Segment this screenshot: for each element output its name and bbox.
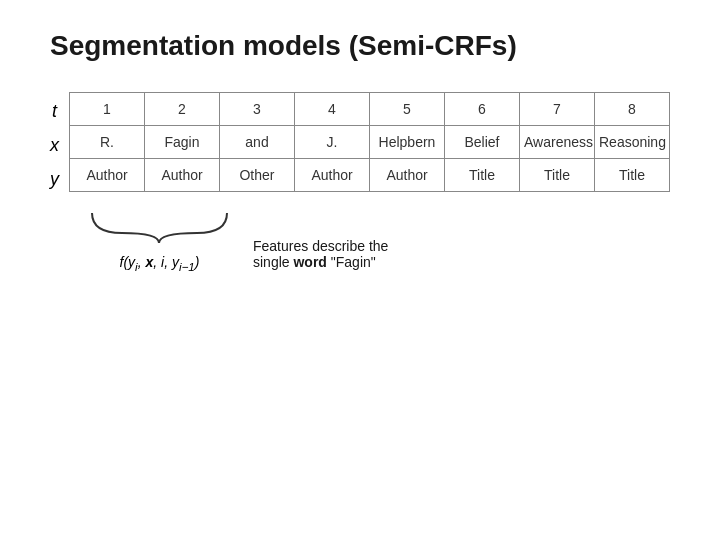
cell-x-2: Fagin (145, 126, 220, 159)
cell-x-4: J. (295, 126, 370, 159)
cell-x-6: Belief (445, 126, 520, 159)
cell-x-5: Helpbern (370, 126, 445, 159)
cell-t-2: 2 (145, 93, 220, 126)
label-x: x (50, 128, 59, 162)
formula: f(yi, x, i, yi−1) (82, 254, 237, 273)
cell-y-7: Title (520, 159, 595, 192)
features-line1: Features describe the (253, 238, 388, 254)
cell-t-4: 4 (295, 93, 370, 126)
cell-y-8: Title (595, 159, 670, 192)
features-description: Features describe the single word "Fagin… (253, 238, 388, 270)
slide: Segmentation models (Semi-CRFs) t x y 1 … (0, 0, 720, 540)
features-line2: single word "Fagin" (253, 254, 376, 270)
cell-x-3: and (220, 126, 295, 159)
brace-section: f(yi, x, i, yi−1) Features describe the … (82, 208, 670, 273)
cell-x-7: Awareness (520, 126, 595, 159)
cell-y-2: Author (145, 159, 220, 192)
slide-title: Segmentation models (Semi-CRFs) (50, 30, 670, 62)
brace-area: f(yi, x, i, yi−1) (82, 208, 237, 273)
label-t: t (50, 94, 59, 128)
cell-x-1: R. (70, 126, 145, 159)
cell-y-4: Author (295, 159, 370, 192)
cell-y-1: Author (70, 159, 145, 192)
cell-x-8: Reasoning (595, 126, 670, 159)
cell-y-6: Title (445, 159, 520, 192)
features-word: word (293, 254, 326, 270)
cell-t-1: 1 (70, 93, 145, 126)
row-t: 1 2 3 4 5 6 7 8 (70, 93, 670, 126)
row-x: R. Fagin and J. Helpbern Belief Awarenes… (70, 126, 670, 159)
data-table: 1 2 3 4 5 6 7 8 R. Fagin and J. Helpbern… (69, 92, 670, 192)
cell-t-8: 8 (595, 93, 670, 126)
row-y: Author Author Other Author Author Title … (70, 159, 670, 192)
cell-t-3: 3 (220, 93, 295, 126)
cell-t-7: 7 (520, 93, 595, 126)
cell-t-6: 6 (445, 93, 520, 126)
label-y: y (50, 162, 59, 196)
brace-svg (82, 208, 237, 248)
cell-y-5: Author (370, 159, 445, 192)
main-table-container: 1 2 3 4 5 6 7 8 R. Fagin and J. Helpbern… (69, 92, 670, 196)
cell-y-3: Other (220, 159, 295, 192)
cell-t-5: 5 (370, 93, 445, 126)
